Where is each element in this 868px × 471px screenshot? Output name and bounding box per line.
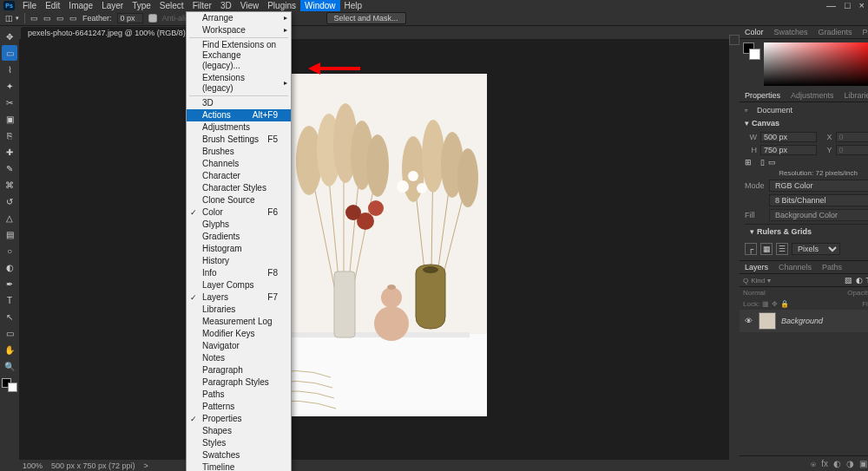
status-arrow-icon[interactable]: > — [144, 461, 148, 470]
crop-tool[interactable]: ✂ — [2, 95, 17, 110]
menu-item-paragraph-styles[interactable]: Paragraph Styles — [187, 376, 291, 389]
heal-tool[interactable]: ✚ — [2, 144, 17, 160]
tab-adjustments[interactable]: Adjustments — [786, 89, 839, 101]
type-tool[interactable]: T — [2, 292, 17, 308]
height-input[interactable]: 750 px — [760, 145, 817, 155]
shape-tool[interactable]: ▭ — [2, 325, 17, 341]
document-tab[interactable]: pexels-photo-6641247.jpeg @ 100% (RGB/8)… — [21, 27, 203, 39]
bit-depth-select[interactable]: 8 Bits/Channel — [769, 194, 868, 206]
menu-item-adjustments[interactable]: Adjustments — [187, 121, 291, 134]
layer-row[interactable]: 👁 Background 🔒 — [740, 310, 868, 332]
orientation-landscape-icon[interactable]: ▭ — [768, 158, 776, 167]
tab-color[interactable]: Color — [740, 26, 769, 38]
lock-position-icon[interactable]: ✥ — [772, 300, 778, 308]
menu-item-modifier-keys[interactable]: Modifier Keys — [187, 328, 291, 340]
tab-patterns[interactable]: Patterns — [858, 26, 868, 38]
menu-help[interactable]: Help — [340, 0, 367, 11]
selection-new-icon[interactable]: ▭ — [30, 14, 38, 23]
menu-item-extensions-legacy-[interactable]: Extensions (legacy) — [187, 72, 291, 95]
layer-mask-icon[interactable]: ◐ — [833, 459, 841, 468]
menu-edit[interactable]: Edit — [41, 0, 64, 11]
path-tool[interactable]: ↖ — [2, 309, 17, 324]
color-mode-select[interactable]: RGB Color — [769, 180, 868, 192]
zoom-level[interactable]: 100% — [23, 461, 43, 470]
menu-item-libraries[interactable]: Libraries — [187, 304, 291, 316]
stamp-tool[interactable]: ⌘ — [2, 177, 17, 193]
menu-item-layers[interactable]: ✓LayersF7 — [187, 291, 291, 304]
selection-add-icon[interactable]: ▭ — [43, 14, 51, 23]
adjustment-layer-icon[interactable]: ◑ — [846, 459, 854, 468]
menu-item-character-styles[interactable]: Character Styles — [187, 182, 291, 194]
menu-item-paragraph[interactable]: Paragraph — [187, 364, 291, 376]
menu-item-character[interactable]: Character — [187, 170, 291, 182]
menu-item-timeline[interactable]: Timeline — [187, 461, 291, 471]
selection-intersect-icon[interactable]: ▭ — [69, 14, 77, 23]
color-foreground-background[interactable] — [743, 43, 760, 60]
tool-preset-dropdown[interactable]: ◫ ▾ — [5, 14, 19, 23]
feather-input[interactable]: 0 px — [117, 13, 143, 23]
menu-item-actions[interactable]: ActionsAlt+F9 — [187, 109, 291, 121]
collapsed-panel-icon[interactable] — [729, 35, 740, 45]
menu-item-find-extensions-on-exchange-legacy-[interactable]: Find Extensions on Exchange (legacy)... — [187, 39, 291, 72]
menu-item-channels[interactable]: Channels — [187, 158, 291, 170]
guides-icon[interactable]: ☰ — [776, 243, 788, 255]
document-canvas[interactable] — [261, 74, 487, 416]
menu-item-notes[interactable]: Notes — [187, 352, 291, 364]
menu-view[interactable]: View — [236, 0, 264, 11]
eraser-tool[interactable]: △ — [2, 210, 17, 226]
menu-item-brushes[interactable]: Brushes — [187, 146, 291, 158]
tab-layers[interactable]: Layers — [740, 261, 773, 273]
zoom-tool[interactable]: 🔍 — [2, 358, 17, 374]
filter-adj-icon[interactable]: ◐ — [856, 276, 863, 285]
menu-3d[interactable]: 3D — [216, 0, 236, 11]
menu-item-layer-comps[interactable]: Layer Comps — [187, 279, 291, 291]
menu-item-info[interactable]: InfoF8 — [187, 267, 291, 279]
menu-item-3d[interactable]: 3D — [187, 97, 291, 109]
move-tool[interactable]: ✥ — [2, 29, 17, 44]
grid-icon[interactable]: ▦ — [760, 243, 773, 255]
tab-gradients[interactable]: Gradients — [813, 26, 858, 38]
tab-paths[interactable]: Paths — [817, 261, 847, 273]
menu-item-arrange[interactable]: Arrange — [187, 12, 291, 24]
lock-all-icon[interactable]: 🔒 — [780, 300, 789, 308]
menu-filter[interactable]: Filter — [188, 0, 216, 11]
group-icon[interactable]: ▣ — [859, 459, 867, 468]
hand-tool[interactable]: ✋ — [2, 342, 17, 357]
menu-item-workspace[interactable]: Workspace — [187, 24, 291, 36]
menu-item-shapes[interactable]: Shapes — [187, 425, 291, 437]
menu-item-patterns[interactable]: Patterns — [187, 401, 291, 413]
dodge-tool[interactable]: ◐ — [2, 259, 17, 275]
tab-libraries[interactable]: Libraries — [839, 89, 868, 101]
lasso-tool[interactable]: ⌇ — [2, 62, 17, 77]
selection-subtract-icon[interactable]: ▭ — [56, 14, 64, 23]
tab-swatches[interactable]: Swatches — [769, 26, 813, 38]
tab-properties[interactable]: Properties — [740, 89, 786, 101]
menu-file[interactable]: File — [18, 0, 41, 11]
width-input[interactable]: 500 px — [760, 132, 817, 142]
menu-item-styles[interactable]: Styles — [187, 437, 291, 449]
menu-item-clone-source[interactable]: Clone Source — [187, 194, 291, 206]
pen-tool[interactable]: ✒ — [2, 276, 17, 291]
menu-item-brush-settings[interactable]: Brush SettingsF5 — [187, 134, 291, 146]
maximize-button[interactable]: □ — [845, 0, 851, 10]
menu-item-properties[interactable]: ✓Properties — [187, 413, 291, 425]
visibility-eye-icon[interactable]: 👁 — [743, 317, 753, 325]
menu-window[interactable]: Window — [300, 0, 340, 11]
link-layers-icon[interactable]: ⍟ — [811, 459, 816, 468]
menu-item-measurement-log[interactable]: Measurement Log — [187, 316, 291, 328]
blend-mode-select[interactable]: Normal — [743, 289, 845, 297]
gradient-tool[interactable]: ▤ — [2, 226, 17, 242]
menu-item-swatches[interactable]: Swatches — [187, 449, 291, 461]
color-swatch[interactable] — [2, 378, 17, 392]
layer-fx-icon[interactable]: fx — [821, 459, 828, 468]
minimize-button[interactable]: — — [826, 0, 836, 10]
menu-type[interactable]: Type — [128, 0, 155, 11]
marquee-tool[interactable]: ▭ — [2, 45, 17, 61]
menu-item-history[interactable]: History — [187, 255, 291, 267]
color-spectrum[interactable] — [764, 43, 868, 86]
lock-pixels-icon[interactable]: ▦ — [762, 300, 769, 308]
brush-tool[interactable]: ✎ — [2, 160, 17, 176]
ruler-icon[interactable]: ┌ — [745, 243, 757, 255]
ruler-units-select[interactable]: Pixels — [792, 243, 840, 255]
frame-tool[interactable]: ▣ — [2, 111, 17, 127]
